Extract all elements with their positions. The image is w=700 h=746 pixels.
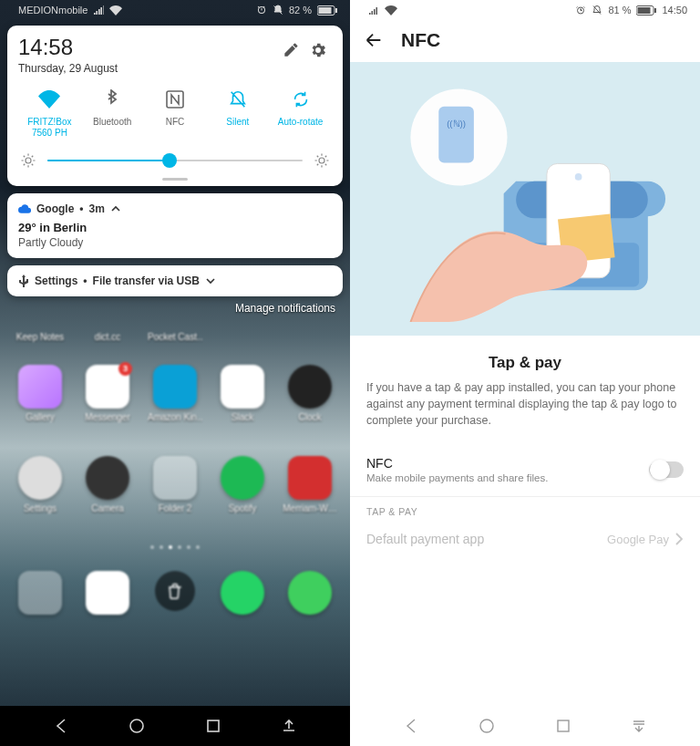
clock-label: 14:50 [662, 5, 687, 16]
wifi-tile[interactable]: FRITZ!Box 7560 PH [18, 88, 81, 138]
row-title: NFC [366, 456, 649, 471]
settings-button[interactable] [304, 36, 332, 64]
app-label: Spotify [215, 503, 270, 513]
svg-rect-1 [319, 7, 332, 14]
back-button[interactable] [363, 29, 385, 51]
signal-icon [368, 5, 379, 15]
notification-usb[interactable]: Settings • File transfer via USB [7, 265, 343, 296]
autorotate-icon [269, 88, 332, 111]
notif-age-label: 3m [89, 202, 105, 215]
status-bar: 81 % 14:50 [350, 0, 700, 20]
nav-shade-button[interactable] [623, 710, 654, 741]
battery-pct-label: 81 % [608, 5, 631, 16]
carrier-label: MEDIONmobile [18, 5, 88, 16]
alarm-icon [575, 5, 586, 16]
svg-rect-21 [558, 720, 569, 731]
battery-icon [636, 5, 656, 16]
app-clock[interactable]: Clock [283, 365, 337, 438]
svg-text:((ℕ)): ((ℕ)) [447, 119, 466, 129]
phone-left-screenshot: MEDIONmobile 82 % 14:58 Thursday, 29 Aug… [0, 0, 350, 746]
app-merriam[interactable]: Merriam-W… [283, 456, 337, 529]
cloud-icon [18, 204, 31, 213]
tap-and-pay-illustration: ((ℕ)) [350, 62, 700, 336]
brightness-slider[interactable] [47, 160, 303, 161]
notif-inline-title: File transfer via USB [93, 275, 200, 287]
brightness-high-icon [312, 150, 332, 171]
silent-tile[interactable]: Silent [206, 88, 269, 138]
svg-rect-11 [654, 8, 656, 13]
svg-point-20 [480, 720, 493, 732]
app-label: Gallery [13, 412, 67, 422]
svg-rect-13 [439, 107, 475, 163]
app-spotify[interactable]: Spotify [215, 456, 270, 529]
phone-right-screenshot: 81 % 14:50 NFC ((ℕ)) Tap & pay If [350, 0, 700, 746]
app-messenger[interactable]: 3Messenger [80, 365, 135, 438]
nav-recents-button[interactable] [548, 710, 579, 741]
tile-label: Silent [206, 117, 269, 128]
dock-play-store[interactable] [80, 571, 135, 644]
nfc-toggle-switch[interactable] [649, 461, 684, 478]
default-payment-app-row: Default payment app Google Pay [350, 519, 700, 559]
app-label: Merriam-W… [283, 503, 337, 513]
svg-rect-2 [335, 8, 337, 13]
dock-google-folder[interactable] [13, 571, 67, 644]
app-label: Folder 2 [148, 503, 202, 513]
tile-label: FRITZ!Box 7560 PH [18, 117, 81, 138]
app-gallery[interactable]: Gallery [13, 365, 67, 438]
tile-label: Auto-rotate [269, 117, 332, 128]
nfc-tile[interactable]: NFC [144, 88, 207, 138]
notif-title: 29° in Berlin [18, 221, 332, 234]
usb-icon [18, 275, 29, 287]
drag-handle-icon[interactable] [162, 178, 188, 181]
tile-label: NFC [144, 117, 207, 128]
app-label: dict.cc [80, 332, 135, 342]
alarm-icon [256, 5, 267, 16]
autorotate-tile[interactable]: Auto-rotate [269, 88, 332, 138]
nfc-icon [144, 88, 207, 111]
app-camera[interactable]: Camera [80, 456, 135, 529]
bluetooth-tile[interactable]: Bluetooth [81, 88, 144, 138]
brightness-low-icon [18, 150, 38, 171]
brightness-slider-row [18, 150, 332, 171]
row-subtitle: Make mobile payments and share files. [366, 472, 649, 483]
page-title: NFC [401, 29, 440, 51]
svg-point-5 [319, 158, 324, 163]
app-label: Slack [215, 412, 270, 422]
app-slack[interactable]: Slack [215, 365, 270, 438]
folder-2[interactable]: Folder 2 [148, 456, 202, 529]
nav-back-button[interactable] [396, 710, 427, 741]
notification-google-weather[interactable]: Google • 3m 29° in Berlin Partly Cloudy [7, 193, 343, 258]
dock-trash-button[interactable] [148, 571, 202, 644]
app-amazon-kindle[interactable]: Amazon Kin… [148, 365, 202, 438]
section-title: Tap & pay [350, 354, 700, 372]
svg-rect-10 [638, 7, 651, 14]
tile-label: Bluetooth [81, 117, 144, 128]
nav-home-button[interactable] [471, 710, 502, 741]
chevron-down-icon[interactable] [205, 275, 216, 286]
nfc-toggle-row[interactable]: NFC Make mobile payments and share files… [350, 443, 700, 496]
nav-shade-button[interactable] [273, 710, 304, 741]
chevron-up-icon[interactable] [110, 203, 121, 214]
nav-bar [350, 706, 700, 746]
notif-app-label: Settings [35, 275, 77, 287]
screen-header: NFC [350, 20, 700, 62]
dock-phone[interactable] [283, 571, 337, 644]
app-label: Clock [283, 412, 337, 422]
edit-tiles-button[interactable] [277, 36, 304, 64]
manage-notifications-link[interactable]: Manage notifications [0, 296, 350, 315]
svg-point-4 [26, 158, 31, 163]
app-label: Camera [80, 503, 135, 513]
battery-icon [317, 5, 337, 16]
app-label: Messenger [80, 412, 135, 422]
nav-home-button[interactable] [121, 710, 152, 741]
row-title: Default payment app [366, 532, 607, 546]
dock-whatsapp[interactable] [215, 571, 270, 644]
mute-icon [273, 5, 283, 16]
battery-pct-label: 82 % [289, 5, 312, 16]
category-label: TAP & PAY [350, 497, 700, 519]
app-settings[interactable]: Settings [13, 456, 67, 529]
nav-recents-button[interactable] [198, 710, 229, 741]
badge-count: 3 [118, 362, 132, 376]
nav-back-button[interactable] [46, 710, 77, 741]
wifi-icon [109, 5, 122, 16]
